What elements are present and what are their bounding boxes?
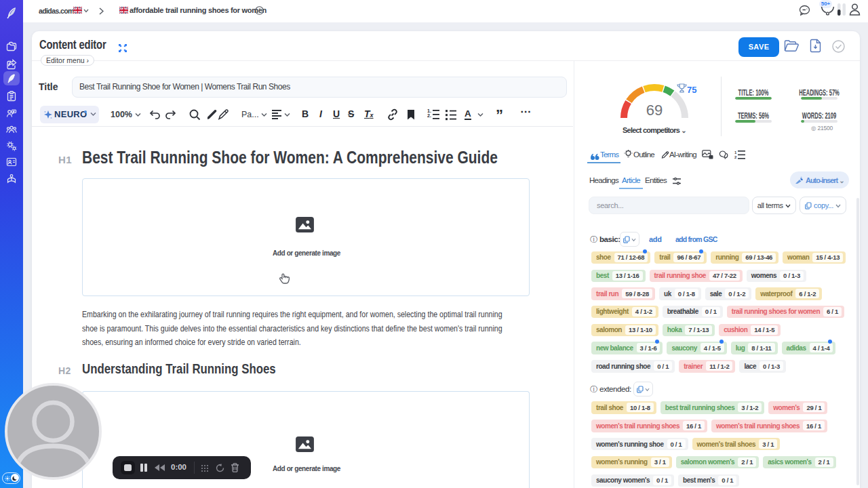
svg-text:2: 2 <box>734 155 737 159</box>
svg-text:1: 1 <box>734 150 737 155</box>
svg-text:2.: 2. <box>427 113 431 118</box>
